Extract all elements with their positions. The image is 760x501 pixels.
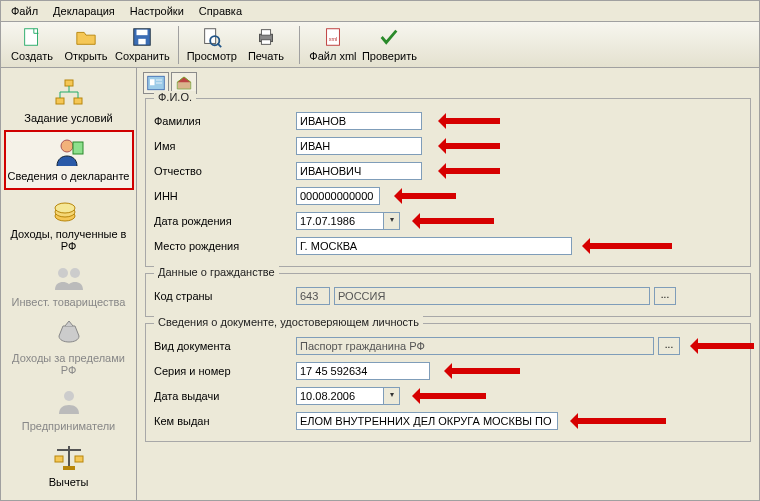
open-button[interactable]: Открыть — [59, 24, 113, 62]
svg-rect-29 — [150, 79, 155, 85]
label-doc-type: Вид документа — [154, 340, 296, 352]
input-doc-sn[interactable] — [296, 362, 430, 380]
check-icon — [378, 26, 400, 48]
input-pob[interactable] — [296, 237, 572, 255]
input-patronymic[interactable] — [296, 162, 422, 180]
group-fio: Ф.И.О. Фамилия Имя Отчество ИНН — [145, 98, 751, 267]
input-doc-type — [296, 337, 654, 355]
sidebar-item-declarant[interactable]: Сведения о декларанте — [4, 130, 134, 190]
arrow-icon — [574, 418, 666, 424]
input-dob[interactable] — [296, 212, 384, 230]
input-name[interactable] — [296, 137, 422, 155]
save-button[interactable]: Сохранить — [113, 24, 172, 62]
arrow-icon — [448, 368, 520, 374]
label-surname: Фамилия — [154, 115, 296, 127]
sidebar-item-conditions[interactable]: Задание условий — [4, 74, 134, 130]
label-name: Имя — [154, 140, 296, 152]
arrow-icon — [442, 118, 500, 124]
svg-line-6 — [217, 43, 221, 47]
arrow-icon — [586, 243, 672, 249]
menu-help[interactable]: Справка — [193, 3, 248, 19]
svg-rect-27 — [63, 466, 75, 470]
coins-icon — [53, 194, 85, 226]
svg-point-19 — [55, 203, 75, 213]
date-picker-button[interactable]: ▾ — [384, 212, 400, 230]
sidebar: Задание условий Сведения о декларанте До… — [1, 68, 137, 501]
label-country-code: Код страны — [154, 290, 296, 302]
group-document-legend: Сведения о документе, удостоверяющем лич… — [154, 316, 423, 328]
create-button[interactable]: Создать — [5, 24, 59, 62]
folder-open-icon — [75, 26, 97, 48]
input-country-code — [296, 287, 330, 305]
menu-settings[interactable]: Настройки — [124, 3, 190, 19]
content-area: Ф.И.О. Фамилия Имя Отчество ИНН — [137, 68, 759, 501]
content-tabs — [137, 68, 759, 94]
print-button[interactable]: Печать — [239, 24, 293, 62]
svg-point-21 — [70, 268, 80, 278]
check-button[interactable]: Проверить — [360, 24, 419, 62]
house-icon — [175, 75, 193, 91]
sidebar-item-entrepreneurs: Предприниматели — [4, 382, 134, 438]
person-icon — [53, 136, 85, 168]
svg-rect-13 — [56, 98, 64, 104]
browse-doc-type-button[interactable]: ... — [658, 337, 680, 355]
input-country-name — [334, 287, 650, 305]
input-surname[interactable] — [296, 112, 422, 130]
svg-rect-9 — [261, 40, 270, 45]
label-pob: Место рождения — [154, 240, 296, 252]
label-inn: ИНН — [154, 190, 296, 202]
sidebar-item-invest: Инвест. товарищества — [4, 258, 134, 314]
label-doc-date: Дата выдачи — [154, 390, 296, 402]
toolbar: Создать Открыть Сохранить Просмотр Печат… — [1, 22, 759, 68]
print-icon — [255, 26, 277, 48]
group-citizenship: Данные о гражданстве Код страны ... — [145, 273, 751, 317]
svg-point-20 — [58, 268, 68, 278]
sidebar-item-income-rf[interactable]: Доходы, полученные в РФ — [4, 190, 134, 258]
svg-rect-0 — [25, 29, 38, 46]
preview-icon — [201, 26, 223, 48]
svg-point-22 — [64, 391, 74, 401]
svg-point-15 — [61, 140, 73, 152]
svg-rect-3 — [139, 39, 146, 45]
arrow-icon — [398, 193, 456, 199]
xml-button[interactable]: xml Файл xml — [306, 24, 360, 62]
sidebar-item-income-abroad: Доходы за пределами РФ — [4, 314, 134, 382]
svg-rect-2 — [137, 30, 148, 36]
svg-rect-25 — [55, 456, 63, 462]
people-icon — [53, 262, 85, 294]
label-doc-issued: Кем выдан — [154, 415, 296, 427]
group-document: Сведения о документе, удостоверяющем лич… — [145, 323, 751, 442]
svg-text:xml: xml — [329, 36, 338, 42]
xml-file-icon: xml — [322, 26, 344, 48]
svg-rect-14 — [74, 98, 82, 104]
svg-rect-16 — [73, 142, 83, 154]
svg-rect-12 — [65, 80, 73, 86]
label-doc-sn: Серия и номер — [154, 365, 296, 377]
sidebar-item-deductions[interactable]: Вычеты — [4, 438, 134, 494]
date-picker-button[interactable]: ▾ — [384, 387, 400, 405]
svg-rect-26 — [75, 456, 83, 462]
briefcase-icon — [53, 386, 85, 418]
new-file-icon — [21, 26, 43, 48]
input-doc-issued[interactable] — [296, 412, 558, 430]
arrow-icon — [694, 343, 754, 349]
save-icon — [131, 26, 153, 48]
label-dob: Дата рождения — [154, 215, 296, 227]
input-inn[interactable] — [296, 187, 380, 205]
menu-file[interactable]: Файл — [5, 3, 44, 19]
arrow-icon — [416, 393, 486, 399]
toolbar-separator — [178, 26, 179, 64]
id-card-icon — [147, 75, 165, 91]
menu-declaration[interactable]: Декларация — [47, 3, 121, 19]
arrow-icon — [442, 143, 500, 149]
group-citizenship-legend: Данные о гражданстве — [154, 266, 279, 278]
preview-button[interactable]: Просмотр — [185, 24, 239, 62]
arrow-icon — [416, 218, 494, 224]
menubar: Файл Декларация Настройки Справка — [1, 1, 759, 22]
group-fio-legend: Ф.И.О. — [154, 91, 196, 103]
tree-icon — [53, 78, 85, 110]
toolbar-separator — [299, 26, 300, 64]
money-bag-icon — [53, 318, 85, 350]
browse-country-button[interactable]: ... — [654, 287, 676, 305]
input-doc-date[interactable] — [296, 387, 384, 405]
